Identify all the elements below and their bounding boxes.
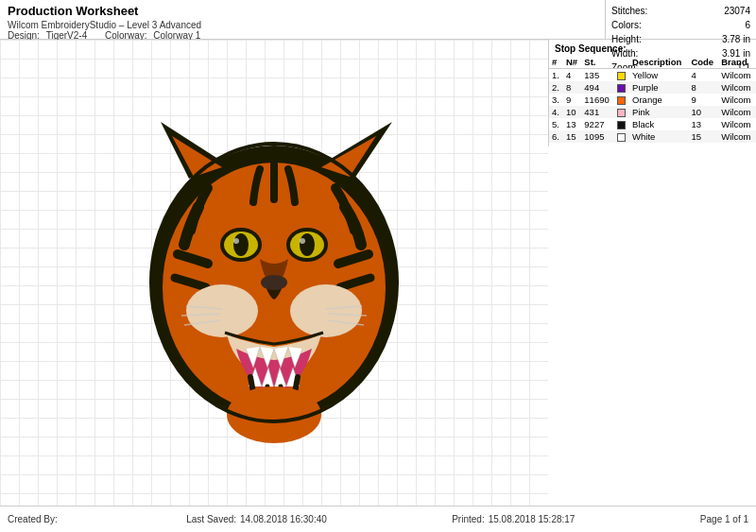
row-num: 6.	[549, 130, 563, 143]
table-row: 4. 10 431 Pink 10 Wilcom	[549, 106, 756, 118]
row-n: 15	[563, 130, 581, 143]
row-swatch	[614, 94, 629, 106]
row-n: 13	[563, 118, 581, 130]
stop-table: # N# St. Description Code Brand 1. 4 135…	[549, 56, 756, 143]
row-brand: Wilcom	[718, 81, 756, 94]
row-st: 1095	[581, 130, 614, 143]
stop-sequence-panel: Stop Sequence: # N# St. Description Code…	[548, 40, 756, 146]
printed-label: Printed:	[452, 514, 484, 524]
table-row: 5. 13 9227 Black 13 Wilcom	[549, 118, 756, 130]
colors-label: Colors:	[611, 18, 642, 32]
row-n: 8	[563, 81, 581, 94]
row-swatch	[614, 69, 629, 82]
row-brand: Wilcom	[718, 69, 756, 82]
tiger-embroidery	[113, 94, 435, 453]
row-n: 10	[563, 106, 581, 118]
stop-sequence-title: Stop Sequence:	[549, 43, 756, 56]
svg-point-15	[186, 284, 258, 337]
table-row: 3. 9 11690 Orange 9 Wilcom	[549, 94, 756, 106]
row-num: 3.	[549, 94, 563, 106]
last-saved-label: Last Saved:	[186, 514, 236, 524]
footer-saved: Last Saved: 14.08.2018 16:30:40	[186, 514, 327, 524]
row-brand: Wilcom	[718, 94, 756, 106]
svg-point-12	[233, 238, 239, 244]
last-saved-value: 14.08.2018 16:30:40	[240, 514, 327, 524]
svg-point-16	[290, 284, 362, 337]
main-canvas	[0, 40, 548, 506]
row-brand: Wilcom	[718, 118, 756, 130]
row-num: 2.	[549, 81, 563, 94]
row-st: 431	[581, 106, 614, 118]
table-header-row: # N# St. Description Code Brand	[549, 56, 756, 69]
row-n: 9	[563, 94, 581, 106]
table-row: 6. 15 1095 White 15 Wilcom	[549, 130, 756, 143]
colors-value: 6	[745, 18, 750, 32]
colors-row: Colors: 6	[611, 18, 750, 32]
row-num: 5.	[549, 118, 563, 130]
info-panel: Stitches: 23074 Colors: 6 Height: 3.78 i…	[605, 0, 756, 40]
row-desc: Pink	[629, 106, 688, 118]
row-desc: White	[629, 130, 688, 143]
row-swatch	[614, 118, 629, 130]
col-desc: Description	[629, 56, 688, 69]
row-desc: Orange	[629, 94, 688, 106]
col-st: St.	[581, 56, 614, 69]
stitches-value: 23074	[724, 4, 750, 18]
row-brand: Wilcom	[718, 130, 756, 143]
row-swatch	[614, 81, 629, 94]
svg-point-10	[233, 233, 249, 256]
row-st: 11690	[581, 94, 614, 106]
footer-printed: Printed: 15.08.2018 15:28:17	[452, 514, 575, 524]
row-desc: Purple	[629, 81, 688, 94]
page-label: Page 1 of 1	[700, 514, 748, 524]
row-st: 494	[581, 81, 614, 94]
printed-value: 15.08.2018 15:28:17	[489, 514, 576, 524]
svg-point-14	[261, 275, 287, 290]
row-swatch	[614, 130, 629, 143]
svg-point-11	[300, 233, 315, 256]
footer: Created By: Last Saved: 14.08.2018 16:30…	[0, 506, 756, 532]
created-by-label: Created By:	[8, 514, 58, 524]
svg-point-13	[300, 238, 305, 244]
footer-created: Created By:	[8, 514, 61, 524]
row-n: 4	[563, 69, 581, 82]
row-num: 1.	[549, 69, 563, 82]
row-desc: Yellow	[629, 69, 688, 82]
row-st: 135	[581, 69, 614, 82]
row-num: 4.	[549, 106, 563, 118]
row-code: 9	[688, 94, 718, 106]
row-code: 4	[688, 69, 718, 82]
table-row: 2. 8 494 Purple 8 Wilcom	[549, 81, 756, 94]
stitches-label: Stitches:	[611, 4, 647, 18]
col-code: Code	[688, 56, 718, 69]
row-code: 10	[688, 106, 718, 118]
col-n: N#	[563, 56, 581, 69]
row-st: 9227	[581, 118, 614, 130]
stitches-row: Stitches: 23074	[611, 4, 750, 18]
col-num: #	[549, 56, 563, 69]
row-brand: Wilcom	[718, 106, 756, 118]
row-swatch	[614, 106, 629, 118]
table-row: 1. 4 135 Yellow 4 Wilcom	[549, 69, 756, 82]
col-swatch	[614, 56, 629, 69]
col-brand: Brand	[718, 56, 756, 69]
row-desc: Black	[629, 118, 688, 130]
row-code: 15	[688, 130, 718, 143]
row-code: 13	[688, 118, 718, 130]
footer-page: Page 1 of 1	[700, 514, 748, 524]
row-code: 8	[688, 81, 718, 94]
